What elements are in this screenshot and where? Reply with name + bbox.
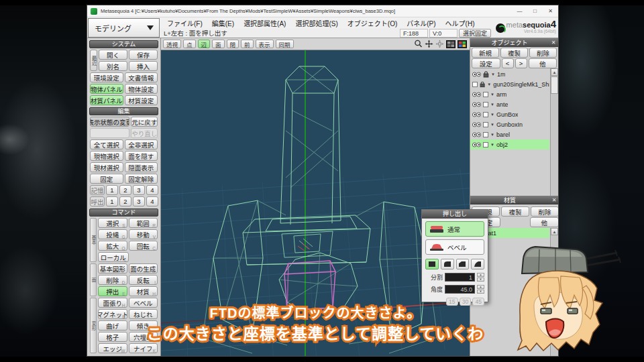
object-row[interactable]: ▼ arm xyxy=(470,89,549,99)
profile-concave-icon[interactable] xyxy=(471,259,484,269)
object-settings-button[interactable]: 物体設定 xyxy=(125,84,158,94)
close-icon[interactable]: ✕ xyxy=(549,197,558,203)
material-other-button[interactable]: 他 xyxy=(530,217,558,227)
redo-button[interactable]: やり直し xyxy=(131,128,158,138)
expand-icon[interactable]: ▼ xyxy=(490,103,494,107)
recall-label-button[interactable]: 呼出 xyxy=(90,196,105,206)
cmd-lasso[interactable]: 投縄G xyxy=(98,229,127,239)
profile-chamfer-icon[interactable] xyxy=(456,259,470,269)
visible-eyes-icon[interactable] xyxy=(472,132,481,137)
material-panel-toggle[interactable]: 材質パネル xyxy=(90,95,123,105)
object-other-button[interactable]: 他 xyxy=(529,58,557,68)
visible-eyes-icon[interactable] xyxy=(472,102,481,107)
display-state-button[interactable]: 表示状態の変更 xyxy=(90,117,129,127)
recall-2[interactable]: 2 xyxy=(119,196,131,206)
menu-panel[interactable]: パネル(P) xyxy=(402,18,440,28)
scroll-up-icon[interactable]: ▲ xyxy=(551,228,558,235)
lock-checkbox[interactable] xyxy=(483,122,488,127)
object-row[interactable]: ▼ GunboxIn xyxy=(470,119,549,129)
title-bar[interactable]: Metasequoia 4 [C:¥Users¥kutuho¥Documents… xyxy=(87,5,558,17)
recall-1[interactable]: 1 xyxy=(106,196,118,206)
lock-icon[interactable] xyxy=(483,71,489,78)
open-button[interactable]: 開く xyxy=(99,50,127,60)
view-front-button[interactable]: 前 xyxy=(241,40,254,48)
recall-3[interactable]: 3 xyxy=(133,196,145,206)
hidden-display-button[interactable]: 隠面表示 xyxy=(125,162,158,172)
visible-eyes-icon[interactable] xyxy=(472,142,481,147)
extrude-normal-option[interactable]: 通常 xyxy=(425,221,484,237)
show-edges-button[interactable]: 辺 xyxy=(198,40,211,48)
display-options-button[interactable]: 表示 xyxy=(256,40,274,48)
expand-icon[interactable]: ▼ xyxy=(490,123,494,127)
material-settings-button[interactable]: 材質設定 xyxy=(125,95,158,105)
cmd-material[interactable]: 材質H xyxy=(129,286,158,296)
deselect-all-button[interactable]: 全非選択 xyxy=(125,139,158,149)
material-delete-button[interactable]: 削除 xyxy=(531,206,558,217)
object-row[interactable]: ▼ 1m xyxy=(470,69,549,79)
lock-checkbox[interactable] xyxy=(483,112,488,117)
cmd-knife[interactable]: ナイフK xyxy=(129,343,158,353)
select-current-material-button[interactable]: 現材選択 xyxy=(90,162,123,172)
lock-checkbox[interactable] xyxy=(483,132,488,137)
lock-icon[interactable] xyxy=(480,81,485,88)
selection-lock-button[interactable]: 選択固定 xyxy=(459,29,491,38)
zoom-icon[interactable] xyxy=(414,40,423,48)
profile-round-icon[interactable] xyxy=(441,259,454,269)
expand-icon[interactable]: ▼ xyxy=(490,93,494,97)
extrude-dialog[interactable]: 押し出し 通常 ベベル 分割 1 ▲ ▼ xyxy=(421,209,488,302)
lock-checkbox[interactable] xyxy=(483,142,488,147)
menu-help[interactable]: ヘルプ(H) xyxy=(441,18,480,28)
memory-label-button[interactable]: 記憶 xyxy=(90,185,105,195)
show-closed-button[interactable]: 閉 xyxy=(227,40,239,48)
show-faces-button[interactable]: 面 xyxy=(212,40,225,48)
hide-face-button[interactable]: 面を隠す xyxy=(125,151,158,161)
close-button[interactable]: ✕ xyxy=(543,5,558,17)
object-delete-button[interactable]: 削除 xyxy=(529,48,557,58)
hidden-checkbox[interactable] xyxy=(472,82,478,87)
object-row[interactable]: ▼ barel xyxy=(470,129,549,139)
division-input[interactable]: 1 xyxy=(445,273,475,282)
minimize-button[interactable]: — xyxy=(512,5,527,17)
material-duplicate-button[interactable]: 複製 xyxy=(501,206,529,217)
object-prev-button[interactable]: < xyxy=(502,58,514,68)
object-row[interactable]: ▼ ante xyxy=(470,99,549,109)
object-duplicate-button[interactable]: 複製 xyxy=(500,48,528,58)
object-panel-toggle[interactable]: 物体パネル xyxy=(90,84,123,94)
recall-4[interactable]: 4 xyxy=(146,196,158,206)
select-current-object-button[interactable]: 現物選択 xyxy=(90,151,123,161)
env-settings-button[interactable]: 環境設定 xyxy=(90,72,123,82)
object-panel-header[interactable]: オブジェクト ✕ xyxy=(470,38,558,47)
cmd-edge[interactable]: エッジW xyxy=(98,343,127,353)
select-all-button[interactable]: 全て選択 xyxy=(90,139,123,149)
spin-down-icon[interactable]: ▼ xyxy=(477,278,484,282)
view-perspective-button[interactable]: 透視 xyxy=(163,40,181,48)
expand-icon[interactable]: ▼ xyxy=(490,113,494,117)
menu-sel-proc[interactable]: 選択部処理(S) xyxy=(290,18,342,28)
cmd-scale[interactable]: 拡大Q xyxy=(98,241,127,251)
scroll-up-icon[interactable]: ▲ xyxy=(551,68,558,76)
profile-square-icon[interactable] xyxy=(425,259,439,269)
view-layout-color-icon[interactable] xyxy=(458,40,467,48)
menu-edit[interactable]: 編集(E) xyxy=(207,18,239,28)
visible-eyes-icon[interactable] xyxy=(472,122,481,127)
material-panel-header[interactable]: 材質 ✕ xyxy=(470,196,558,204)
system-panel-header[interactable]: システム xyxy=(89,40,158,48)
view-layout-icon[interactable] xyxy=(446,40,455,48)
unfix-button[interactable]: 固定解除 xyxy=(125,174,158,184)
cmd-invert[interactable]: 反転I xyxy=(129,275,158,285)
visible-eyes-icon[interactable] xyxy=(472,92,481,97)
command-panel-header[interactable]: コマンド xyxy=(89,208,158,217)
scrollbar-thumb[interactable] xyxy=(551,76,558,94)
cmd-rotate[interactable]: 回転C xyxy=(129,241,158,251)
extrude-dialog-title[interactable]: 押し出し xyxy=(422,210,488,219)
sync-views-button[interactable]: 同期 xyxy=(276,40,294,48)
angle-input[interactable]: 45.0 xyxy=(445,285,475,294)
spin-down-icon[interactable]: ▼ xyxy=(477,290,484,294)
pan-icon[interactable] xyxy=(425,40,433,48)
cmd-local[interactable]: ローカルL xyxy=(98,252,129,262)
fix-button[interactable]: 固定 xyxy=(90,174,123,184)
extrude-bevel-option[interactable]: ベベル xyxy=(425,239,484,255)
object-new-button[interactable]: 新規 xyxy=(472,48,499,58)
edit-panel-header[interactable]: 編集 xyxy=(89,107,158,115)
mode-dropdown[interactable]: モデリング xyxy=(88,18,160,38)
